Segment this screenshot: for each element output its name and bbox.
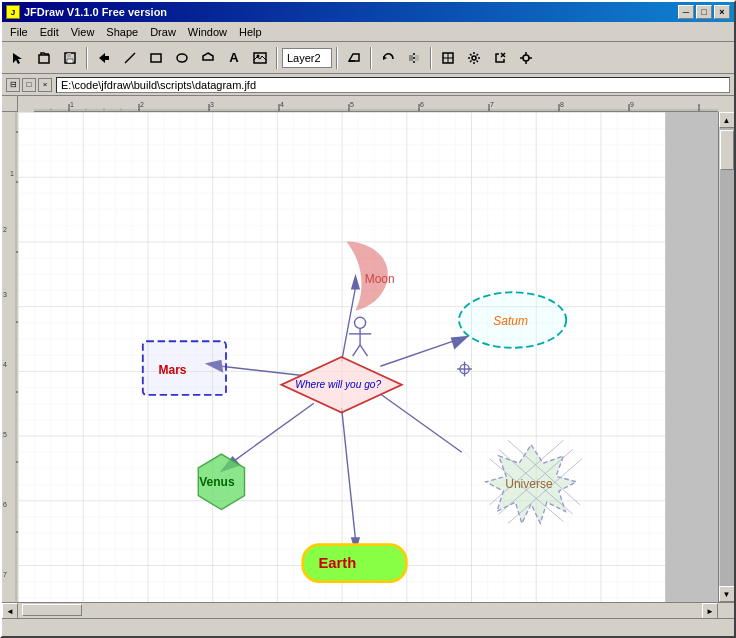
scroll-thumb-vertical[interactable] (720, 130, 734, 170)
image-tool[interactable] (248, 46, 272, 70)
svg-rect-4 (67, 59, 73, 63)
scrollbar-vertical[interactable]: ▲ ▼ (718, 112, 734, 602)
svg-marker-0 (13, 53, 22, 64)
svg-text:5: 5 (350, 101, 354, 108)
svg-text:Moon: Moon (365, 272, 395, 286)
scroll-up-button[interactable]: ▲ (719, 112, 735, 128)
doc-titlebar: ⊟ □ × E:\code\jfdraw\build\scripts\datag… (2, 74, 734, 96)
text-tool[interactable]: A (222, 46, 246, 70)
svg-text:Venus: Venus (199, 475, 235, 489)
svg-rect-54 (2, 112, 18, 602)
toolbar-sep1 (86, 47, 88, 69)
window-title: JFDraw V1.1.0 Free version (24, 6, 167, 18)
line-tool[interactable] (118, 46, 142, 70)
scrollbar-horizontal-track[interactable] (18, 603, 702, 618)
doc-close-btn[interactable]: × (38, 78, 52, 92)
settings-tool[interactable] (462, 46, 486, 70)
menu-view[interactable]: View (65, 24, 101, 40)
svg-rect-15 (409, 55, 413, 61)
menu-shape[interactable]: Shape (100, 24, 144, 40)
snap-tool[interactable] (514, 46, 538, 70)
title-buttons: ─ □ × (678, 5, 730, 19)
svg-text:6: 6 (420, 101, 424, 108)
svg-point-8 (177, 54, 187, 62)
arrow-tool[interactable] (92, 46, 116, 70)
svg-rect-3 (67, 53, 71, 57)
document-area: ⊟ □ × E:\code\jfdraw\build\scripts\datag… (2, 74, 734, 618)
toolbar-sep2 (276, 47, 278, 69)
select-tool[interactable] (6, 46, 30, 70)
svg-point-24 (523, 55, 529, 61)
scrollbar-horizontal-container: ◄ ► (2, 602, 734, 618)
scroll-track-vertical[interactable] (720, 128, 734, 586)
ruler-top: 1 2 3 4 5 6 7 8 (34, 96, 718, 112)
svg-text:6: 6 (3, 501, 7, 508)
svg-point-21 (472, 56, 476, 60)
diagram-svg: Moon Mars Satum Where will you go? Venus (18, 112, 718, 602)
app-icon: J (6, 5, 20, 19)
layer-selector[interactable]: Layer2 (282, 48, 332, 68)
scroll-right-button[interactable]: ► (702, 603, 718, 618)
svg-rect-29 (34, 96, 718, 112)
ruler-right-corner (718, 96, 734, 112)
doc-max-btn[interactable]: □ (22, 78, 36, 92)
doc-controls: ⊟ □ × (6, 78, 52, 92)
canvas-main-row: 1 2 3 4 5 6 7 (2, 112, 734, 602)
undo-tool[interactable] (376, 46, 400, 70)
open-tool[interactable] (32, 46, 56, 70)
svg-text:1: 1 (10, 170, 14, 177)
svg-text:7: 7 (3, 571, 7, 578)
svg-text:Satum: Satum (493, 314, 528, 328)
main-window: J JFDraw V1.1.0 Free version ─ □ × File … (0, 0, 736, 638)
menu-file[interactable]: File (4, 24, 34, 40)
svg-rect-1 (39, 55, 49, 63)
svg-text:4: 4 (280, 101, 284, 108)
doc-path-text: E:\code\jfdraw\build\scripts\datagram.jf… (61, 79, 256, 91)
toolbar-sep5 (430, 47, 432, 69)
svg-text:3: 3 (3, 291, 7, 298)
svg-text:2: 2 (3, 226, 7, 233)
grid-tool[interactable] (436, 46, 460, 70)
doc-restore-btn[interactable]: ⊟ (6, 78, 20, 92)
minimize-button[interactable]: ─ (678, 5, 694, 19)
doc-filepath: E:\code\jfdraw\build\scripts\datagram.jf… (56, 77, 730, 93)
maximize-button[interactable]: □ (696, 5, 712, 19)
rect-tool[interactable] (144, 46, 168, 70)
svg-rect-16 (415, 55, 419, 61)
menu-help[interactable]: Help (233, 24, 268, 40)
poly-tool[interactable] (196, 46, 220, 70)
drawing-canvas-container[interactable]: Moon Mars Satum Where will you go? Venus (18, 112, 718, 602)
status-bar (2, 618, 734, 636)
svg-marker-5 (99, 53, 109, 63)
title-bar-left: J JFDraw V1.1.0 Free version (6, 5, 167, 19)
svg-text:4: 4 (3, 361, 7, 368)
ruler-left: 1 2 3 4 5 6 7 (2, 112, 18, 602)
menu-bar: File Edit View Shape Draw Window Help (2, 22, 734, 42)
canvas-wrapper: 1 2 3 4 5 6 7 8 (2, 96, 734, 618)
flip-h-tool[interactable] (402, 46, 426, 70)
save-tool[interactable] (58, 46, 82, 70)
menu-edit[interactable]: Edit (34, 24, 65, 40)
svg-marker-9 (203, 53, 213, 60)
ruler-corner (2, 96, 18, 112)
ellipse-tool[interactable] (170, 46, 194, 70)
zoom-tool[interactable] (488, 46, 512, 70)
svg-rect-7 (151, 54, 161, 62)
svg-point-11 (257, 54, 260, 57)
scroll-thumb-horizontal[interactable] (22, 604, 82, 616)
title-bar: J JFDraw V1.1.0 Free version ─ □ × (2, 2, 734, 22)
toolbar-sep4 (370, 47, 372, 69)
close-button[interactable]: × (714, 5, 730, 19)
scroll-down-button[interactable]: ▼ (719, 586, 735, 602)
scroll-left-button[interactable]: ◄ (2, 603, 18, 618)
svg-text:3: 3 (210, 101, 214, 108)
svg-text:5: 5 (3, 431, 7, 438)
svg-marker-12 (349, 54, 359, 61)
eraser-tool[interactable] (342, 46, 366, 70)
svg-text:Where will you go?: Where will you go? (295, 379, 381, 390)
svg-line-6 (125, 53, 135, 63)
scrollbar-corner (718, 603, 734, 618)
menu-window[interactable]: Window (182, 24, 233, 40)
menu-draw[interactable]: Draw (144, 24, 182, 40)
svg-text:1: 1 (70, 101, 74, 108)
